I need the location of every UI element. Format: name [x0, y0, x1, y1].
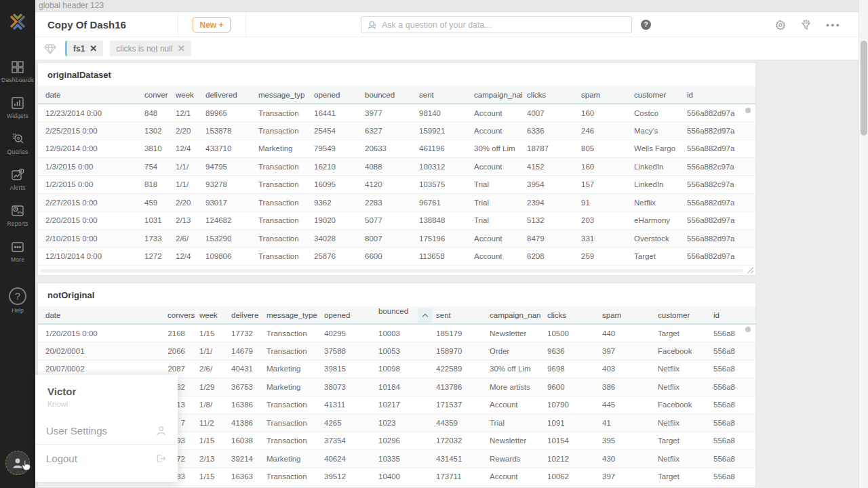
gear-icon[interactable] — [775, 20, 786, 30]
sidebar-item-queries[interactable]: Queries — [0, 129, 35, 165]
table-cell: 41311 — [324, 396, 378, 414]
sidebar-item-dashboards[interactable]: Dashboards — [0, 57, 35, 93]
sidebar-item-reports[interactable]: Reports — [0, 201, 35, 237]
column-header-date[interactable]: date — [38, 86, 144, 104]
table-row[interactable]: 20/02/000120661/1/14679Transaction375881… — [38, 342, 755, 361]
resize-handle-icon[interactable] — [747, 266, 753, 273]
table-cell: 1/3/2015 0:00 — [38, 158, 144, 176]
table-row[interactable]: 2/27/2015 0:004592/2093017Transaction936… — [38, 194, 755, 212]
table-cell: Trial — [474, 176, 527, 194]
table-cell: 20633 — [365, 140, 419, 158]
column-header-id[interactable]: id — [687, 86, 755, 104]
toolbar-icons: ●●● — [775, 12, 841, 37]
table-row[interactable]: 12/23/2014 0:0084812/189965Transaction16… — [38, 104, 755, 122]
column-header-campaign_nai[interactable]: campaign_nai — [474, 86, 527, 104]
page-scrollbar-thumb[interactable] — [861, 41, 867, 136]
table-cell: Transaction — [267, 468, 324, 486]
column-header-opened[interactable]: opened — [324, 306, 378, 324]
sidebar-item-label: Help — [0, 307, 35, 314]
column-header-message_type[interactable]: message_type — [267, 306, 324, 324]
table-cell: 19020 — [314, 211, 365, 230]
sidebar-item-widgets[interactable]: Widgets — [0, 93, 35, 129]
help-icon[interactable]: ? — [641, 20, 651, 30]
table-cell: 40295 — [324, 324, 378, 342]
table-cell: 160 — [581, 158, 634, 176]
table-cell: 6208 — [527, 247, 581, 266]
table-cell: Transaction — [258, 230, 314, 248]
table-scrollbar-thumb[interactable] — [745, 327, 751, 332]
table-row[interactable]: 1/20/2015 0:0021681/1517732Transaction40… — [38, 324, 755, 342]
user-name: Victor — [35, 375, 178, 397]
column-header-sent[interactable]: sent — [419, 86, 474, 104]
table-hscrollbar[interactable] — [41, 269, 743, 272]
table-cell: 10335 — [378, 450, 436, 468]
column-header-clicks[interactable]: clicks — [547, 306, 602, 324]
table-cell: 12/4 — [176, 247, 205, 266]
sidebar-item-alerts[interactable]: Alerts — [0, 165, 35, 201]
table-cell: Account — [490, 468, 547, 486]
funnel-icon[interactable] — [801, 20, 811, 30]
widget-title[interactable]: originalDataset — [38, 63, 755, 86]
column-header-spam[interactable]: spam — [581, 86, 634, 104]
table-row[interactable]: 12/9/2014 0:00381012/4433710Marketing795… — [38, 140, 755, 158]
column-header-customer[interactable]: customer — [634, 86, 687, 104]
column-header-conver[interactable]: conver — [144, 86, 176, 104]
ask-question-input[interactable] — [382, 20, 626, 30]
table-cell: 10217 — [378, 396, 436, 414]
column-header-opened[interactable]: opened — [314, 86, 365, 104]
column-header-week[interactable]: week — [176, 86, 205, 104]
menu-item-logout[interactable]: Logout — [35, 445, 178, 472]
column-header-delivered[interactable]: delivered — [205, 86, 258, 104]
table-cell: 16038 — [231, 432, 267, 450]
column-header-customer[interactable]: customer — [658, 306, 713, 324]
table-row[interactable]: 1/3/2015 0:007541/1/94795Transaction1621… — [38, 158, 755, 176]
column-header-week[interactable]: week — [199, 306, 231, 324]
column-header-sent[interactable]: sent — [436, 306, 490, 324]
table-cell: 10184 — [378, 378, 436, 396]
table-cell: 386 — [602, 378, 658, 396]
table-row[interactable]: 1/2/2015 0:008181/1/93278Transaction1609… — [38, 176, 755, 194]
filter-chip-clicks-not-null[interactable]: clicks is not null ✕ — [110, 41, 191, 56]
dashboard-title-dropdown[interactable]: Copy Of Dash16 — [47, 12, 204, 37]
new-button[interactable]: New + — [193, 17, 231, 33]
table-row[interactable]: 2/25/2015 0:0013022/20153878Transaction2… — [38, 122, 755, 140]
column-header-clicks[interactable]: clicks — [527, 86, 581, 104]
filter-chip-fs1[interactable]: fs1 ✕ — [65, 41, 103, 56]
table-cell: 2283 — [365, 194, 419, 212]
close-icon[interactable]: ✕ — [178, 43, 185, 54]
app-logo-icon[interactable] — [7, 11, 28, 33]
column-header-convers[interactable]: convers — [167, 306, 199, 324]
table-cell: 158970 — [436, 342, 490, 361]
table-cell: Transaction — [267, 432, 324, 450]
table-cell: Marketing — [267, 450, 324, 468]
filter-gem-icon[interactable] — [43, 42, 57, 56]
table-row[interactable]: 2/10/2015 0:0017332/6/153290Transaction3… — [38, 230, 755, 248]
table-cell: Account — [474, 247, 527, 266]
column-header-delivere[interactable]: delivere — [231, 306, 267, 324]
table-row[interactable]: 2/20/2015 0:0010312/13124682Transaction1… — [38, 211, 755, 230]
column-header-campaign_nan[interactable]: campaign_nan — [490, 306, 547, 324]
table-scrollbar-thumb[interactable] — [745, 108, 751, 113]
table-cell: 395 — [602, 432, 658, 450]
column-header-message_typ[interactable]: message_typ — [258, 86, 314, 104]
sidebar-item-help[interactable]: ? Help — [0, 287, 35, 314]
table-cell: Account — [474, 122, 527, 140]
column-header-bounced[interactable]: bounced — [365, 86, 419, 104]
widget-title[interactable]: notOriginal — [38, 283, 755, 306]
sidebar-item-more[interactable]: More — [0, 237, 35, 272]
ellipsis-icon[interactable]: ●●● — [826, 22, 841, 28]
sort-asc-icon[interactable] — [418, 308, 433, 323]
table-row[interactable]: 12/10/2014 0:00127212/4109806Transaction… — [38, 247, 755, 266]
table-cell: 16095 — [314, 176, 365, 194]
table-cell: 556a882d97a — [687, 140, 755, 158]
menu-item-user-settings[interactable]: User Settings — [35, 418, 178, 445]
column-header-bounced[interactable]: bounced — [378, 306, 436, 324]
close-icon[interactable]: ✕ — [90, 43, 97, 54]
global-header: global header 123 — [35, 0, 868, 12]
column-header-id[interactable]: id — [713, 306, 755, 324]
table-cell: 4265 — [324, 414, 378, 432]
table-cell: Order — [490, 342, 547, 361]
column-header-spam[interactable]: spam — [602, 306, 658, 324]
table-cell: 12/23/2014 0:00 — [38, 104, 144, 122]
column-header-date[interactable]: date — [38, 306, 167, 324]
